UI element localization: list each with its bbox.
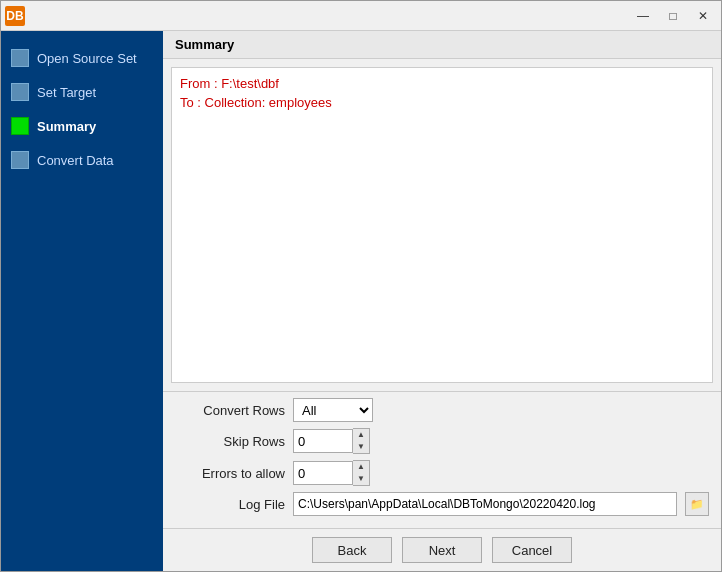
sidebar-label-summary: Summary [37, 119, 96, 134]
skip-rows-label: Skip Rows [175, 434, 285, 449]
skip-rows-buttons: ▲ ▼ [353, 428, 370, 454]
summary-icon [11, 117, 29, 135]
maximize-button[interactable]: □ [659, 6, 687, 26]
right-panel: Summary From : F:\test\dbf To : Collecti… [163, 31, 721, 571]
browse-button[interactable]: 📁 [685, 492, 709, 516]
next-button[interactable]: Next [402, 537, 482, 563]
main-window: DB — □ ✕ Open Source Set Set Target Summ… [0, 0, 722, 572]
main-content: Open Source Set Set Target Summary Conve… [1, 31, 721, 571]
bottom-bar: Back Next Cancel [163, 528, 721, 571]
errors-to-allow-row: Errors to allow ▲ ▼ [175, 460, 709, 486]
panel-header: Summary [163, 31, 721, 59]
sidebar-item-set-target[interactable]: Set Target [1, 75, 163, 109]
skip-rows-down[interactable]: ▼ [353, 441, 369, 453]
log-file-label: Log File [175, 497, 285, 512]
log-file-input[interactable] [293, 492, 677, 516]
open-source-set-icon [11, 49, 29, 67]
folder-icon: 📁 [690, 498, 704, 511]
sidebar-item-summary[interactable]: Summary [1, 109, 163, 143]
summary-area: From : F:\test\dbf To : Collection: empl… [171, 67, 713, 383]
sidebar-label-set-target: Set Target [37, 85, 96, 100]
cancel-button[interactable]: Cancel [492, 537, 572, 563]
title-bar: DB — □ ✕ [1, 1, 721, 31]
sidebar-label-convert-data: Convert Data [37, 153, 114, 168]
convert-rows-label: Convert Rows [175, 403, 285, 418]
set-target-icon [11, 83, 29, 101]
title-bar-buttons: — □ ✕ [629, 6, 717, 26]
sidebar-item-open-source-set[interactable]: Open Source Set [1, 41, 163, 75]
errors-to-allow-label: Errors to allow [175, 466, 285, 481]
skip-rows-spinner: ▲ ▼ [293, 428, 370, 454]
errors-to-allow-buttons: ▲ ▼ [353, 460, 370, 486]
skip-rows-input[interactable] [293, 429, 353, 453]
errors-to-allow-down[interactable]: ▼ [353, 473, 369, 485]
close-button[interactable]: ✕ [689, 6, 717, 26]
convert-rows-row: Convert Rows All Custom [175, 398, 709, 422]
sidebar-label-open-source-set: Open Source Set [37, 51, 137, 66]
skip-rows-up[interactable]: ▲ [353, 429, 369, 441]
convert-data-icon [11, 151, 29, 169]
summary-to: To : Collection: employees [180, 95, 704, 110]
errors-to-allow-spinner: ▲ ▼ [293, 460, 370, 486]
errors-to-allow-input[interactable] [293, 461, 353, 485]
sidebar-item-convert-data[interactable]: Convert Data [1, 143, 163, 177]
errors-to-allow-up[interactable]: ▲ [353, 461, 369, 473]
app-icon: DB [5, 6, 25, 26]
sidebar: Open Source Set Set Target Summary Conve… [1, 31, 163, 571]
summary-from: From : F:\test\dbf [180, 76, 704, 91]
convert-rows-select[interactable]: All Custom [293, 398, 373, 422]
back-button[interactable]: Back [312, 537, 392, 563]
log-file-row: Log File 📁 [175, 492, 709, 516]
skip-rows-row: Skip Rows ▲ ▼ [175, 428, 709, 454]
options-area: Convert Rows All Custom Skip Rows ▲ ▼ [163, 391, 721, 528]
minimize-button[interactable]: — [629, 6, 657, 26]
